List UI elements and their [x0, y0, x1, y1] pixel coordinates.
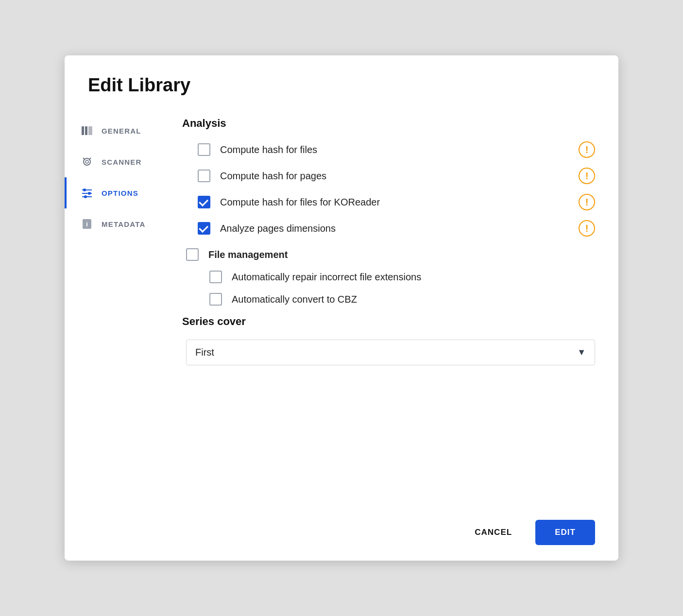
- file-management-label: File management: [208, 249, 595, 260]
- series-cover-value: First: [195, 347, 577, 358]
- hash-files-label: Compute hash for files: [220, 144, 569, 155]
- main-content: Analysis Compute hash for files ! Comput…: [167, 111, 618, 508]
- chevron-down-icon: ▼: [577, 347, 586, 358]
- svg-rect-0: [82, 126, 84, 135]
- library-icon: [80, 124, 94, 137]
- metadata-icon: i: [80, 217, 94, 231]
- edit-button[interactable]: EDIT: [535, 520, 595, 545]
- scanner-icon: [80, 155, 94, 169]
- file-management-items: Automatically repair incorrect file exte…: [182, 271, 595, 306]
- convert-cbz-row: Automatically convert to CBZ: [205, 293, 595, 306]
- series-cover-title: Series cover: [182, 315, 595, 328]
- dialog-body: GENERAL SCANNER: [65, 111, 618, 508]
- file-management-checkbox[interactable]: [186, 248, 199, 261]
- cancel-button[interactable]: CANCEL: [459, 520, 528, 545]
- sidebar-item-general-label: GENERAL: [102, 127, 141, 135]
- hash-koreader-warning-icon: !: [579, 194, 595, 210]
- convert-cbz-checkbox[interactable]: [209, 293, 222, 306]
- convert-cbz-label: Automatically convert to CBZ: [232, 294, 595, 305]
- hash-pages-warning-icon: !: [579, 168, 595, 184]
- hash-koreader-row: Compute hash for files for KOReader !: [194, 194, 595, 210]
- hash-files-warning-icon: !: [579, 141, 595, 158]
- svg-point-4: [85, 160, 88, 163]
- sidebar-item-scanner[interactable]: SCANNER: [65, 146, 167, 177]
- sidebar-item-options[interactable]: OPTIONS: [65, 177, 167, 208]
- sidebar-item-metadata-label: METADATA: [102, 220, 145, 228]
- hash-koreader-label: Compute hash for files for KOReader: [220, 197, 569, 208]
- hash-koreader-checkbox[interactable]: [198, 196, 210, 208]
- repair-extensions-label: Automatically repair incorrect file exte…: [232, 272, 595, 283]
- sidebar-item-options-label: OPTIONS: [102, 189, 138, 197]
- analyze-pages-warning-icon: !: [579, 220, 595, 237]
- analyze-pages-checkbox[interactable]: [198, 222, 210, 235]
- hash-pages-row: Compute hash for pages !: [194, 168, 595, 184]
- file-management-row: File management: [182, 248, 595, 261]
- dialog-footer: CANCEL EDIT: [65, 508, 618, 561]
- svg-rect-2: [88, 126, 92, 135]
- svg-point-3: [84, 158, 90, 165]
- svg-point-8: [83, 188, 86, 191]
- sidebar-item-general[interactable]: GENERAL: [65, 115, 167, 146]
- analysis-items: Compute hash for files ! Compute hash fo…: [182, 141, 595, 237]
- svg-point-12: [84, 195, 87, 198]
- edit-library-dialog: Edit Library GENERAL: [65, 55, 618, 561]
- sidebar: GENERAL SCANNER: [65, 111, 167, 508]
- repair-extensions-row: Automatically repair incorrect file exte…: [205, 271, 595, 283]
- svg-rect-1: [85, 126, 87, 135]
- sidebar-item-metadata[interactable]: i METADATA: [65, 208, 167, 240]
- dialog-title: Edit Library: [65, 75, 618, 111]
- options-icon: [80, 186, 94, 200]
- hash-files-row: Compute hash for files !: [194, 141, 595, 158]
- series-cover-dropdown[interactable]: First ▼: [186, 340, 595, 365]
- svg-text:i: i: [86, 221, 88, 228]
- analyze-pages-label: Analyze pages dimensions: [220, 223, 569, 234]
- hash-pages-checkbox[interactable]: [198, 170, 210, 182]
- svg-line-5: [83, 158, 85, 159]
- svg-point-10: [88, 192, 91, 195]
- svg-line-6: [89, 158, 91, 159]
- repair-extensions-checkbox[interactable]: [209, 271, 222, 283]
- sidebar-item-scanner-label: SCANNER: [102, 158, 142, 166]
- analyze-pages-row: Analyze pages dimensions !: [194, 220, 595, 237]
- hash-pages-label: Compute hash for pages: [220, 171, 569, 182]
- analysis-section-title: Analysis: [182, 117, 595, 130]
- hash-files-checkbox[interactable]: [198, 143, 210, 156]
